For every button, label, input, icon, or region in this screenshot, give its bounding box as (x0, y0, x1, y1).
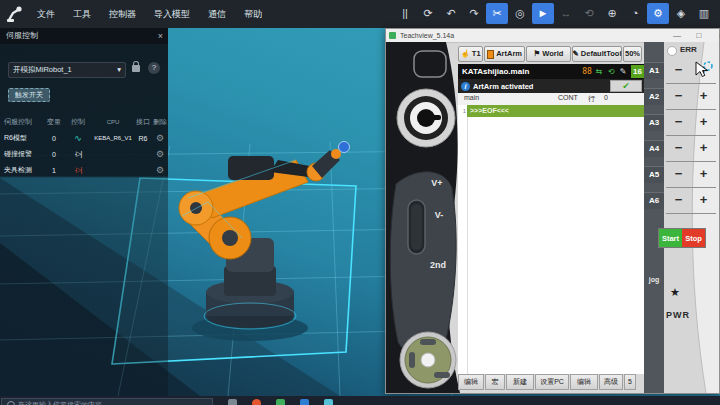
frame-select-button[interactable]: ⚑World (526, 46, 571, 62)
a2-plus-button[interactable]: + (700, 86, 708, 106)
axis-label-a5: A5 (644, 166, 664, 183)
line-value: 0 (604, 94, 608, 101)
a3-minus-button[interactable]: − (675, 112, 683, 132)
view-sphere-icon[interactable]: ◔ (624, 3, 646, 24)
line-count-badge: 16 (631, 65, 644, 78)
taskbar-app-icon[interactable] (324, 399, 333, 405)
signal-count: 0 (44, 135, 64, 142)
jog-plate: ERR − + − + − + − + − (664, 42, 719, 393)
select-pointer-icon[interactable]: ► (532, 3, 554, 24)
search-icon (7, 401, 15, 405)
diode-icon-active: -▷| (64, 166, 92, 174)
window-titlebar[interactable]: Teachview_5.14a — □ × (386, 29, 719, 43)
a3-plus-button[interactable]: + (700, 112, 708, 132)
setup-pc-button[interactable]: 设置PC (535, 374, 569, 390)
signal-count: 1 (44, 167, 64, 174)
acknowledge-check-button[interactable]: ✔ (610, 80, 642, 92)
gutter-divider (467, 117, 468, 374)
robot-select-dropdown[interactable]: 开模拟MiRobot_1 ▾ (8, 62, 126, 78)
a5-plus-button[interactable]: + (700, 164, 708, 184)
panel-title: 伺服控制 (6, 28, 38, 44)
row-settings-gear-icon[interactable]: ⚙ (152, 130, 168, 146)
a6-plus-button[interactable]: + (700, 190, 708, 210)
taskbar-app-icon[interactable] (252, 399, 261, 405)
axis-strip: A1 A2 A3 A4 A5 A6 jog (644, 42, 664, 393)
refresh-icon[interactable]: ⟳ (417, 3, 439, 24)
minimize-icon[interactable]: — (669, 29, 685, 42)
row-settings-gear-icon[interactable]: ⚙ (152, 162, 168, 178)
step-mode-icon[interactable]: ⇆ (593, 67, 605, 76)
jog-row-a3: − + (666, 109, 716, 136)
redo-icon[interactable]: ↷ (463, 3, 485, 24)
taskbar-app-icon[interactable] (276, 399, 285, 405)
a5-minus-button[interactable]: − (675, 164, 683, 184)
rotate-view-icon[interactable]: ⟲ (578, 3, 600, 24)
axis-label-a1: A1 (644, 62, 664, 79)
jog-row-a5: − + (666, 161, 716, 188)
advanced-button[interactable]: 高级 (599, 374, 623, 390)
a4-minus-button[interactable]: − (675, 138, 683, 158)
row-settings-gear-icon[interactable]: ⚙ (152, 146, 168, 162)
lock-icon[interactable] (132, 65, 140, 72)
menu-item-tools[interactable]: 工具 (64, 0, 100, 28)
code-area[interactable] (458, 117, 644, 374)
start-button[interactable]: Start (659, 229, 682, 247)
port-name: R6 (134, 135, 152, 142)
menu-item-help[interactable]: 帮助 (235, 0, 271, 28)
table-row: 夹具检测 1 -▷| ⚙ (0, 162, 168, 178)
menu-item-file[interactable]: 文件 (28, 0, 64, 28)
speed-override-button[interactable]: 50% (623, 46, 642, 62)
safety-icon[interactable]: ◈ (670, 3, 692, 24)
tool-ball (339, 142, 350, 153)
a4-plus-button[interactable]: + (700, 138, 708, 158)
line-number: 1 (458, 105, 467, 117)
a2-minus-button[interactable]: − (675, 86, 683, 106)
table-header: 伺服控制 变量 控制 CPU 接口 删除 (0, 114, 168, 130)
start-stop-buttons: Start Stop (658, 228, 706, 248)
menu-item-communication[interactable]: 通信 (199, 0, 235, 28)
panel-header: 伺服控制 × (0, 28, 168, 44)
settings-gear-icon[interactable]: ⚙ (647, 3, 669, 24)
robot-select-value: 开模拟MiRobot_1 (13, 63, 72, 77)
maximize-icon[interactable]: □ (691, 29, 707, 42)
close-icon[interactable]: × (713, 29, 720, 42)
tool-select-button[interactable]: ✎DefaultTool (572, 46, 622, 62)
page-button[interactable]: 5 (624, 374, 636, 390)
more-panel-icon[interactable]: ▥ (693, 3, 715, 24)
pause-icon[interactable]: || (394, 3, 416, 24)
taskbar-app-icon[interactable] (228, 399, 237, 405)
stop-button[interactable]: Stop (682, 229, 705, 247)
menu-item-controller[interactable]: 控制器 (100, 0, 145, 28)
pan-icon[interactable]: ↔ (555, 3, 577, 24)
thumb-wheel[interactable] (400, 332, 456, 388)
program-name: KATAshijiao.main (458, 67, 581, 76)
robot-arm[interactable] (150, 120, 360, 360)
center-target-icon[interactable]: ⊕ (601, 3, 623, 24)
menu-bar: 文件工具控制器导入模型通信帮助 || ⟳ ↶ ↷ ✂ ◎ ► ↔ ⟲ ⊕ ◔ ⚙… (0, 0, 720, 28)
a1-minus-button[interactable]: − (675, 60, 683, 80)
taskbar: 在这里输入你要搜索的内容 (0, 396, 720, 405)
loop-icon[interactable]: ⟲ (605, 67, 617, 76)
edit-tools-icon[interactable]: ✎ (617, 67, 629, 76)
undo-icon[interactable]: ↶ (440, 3, 462, 24)
edit-button[interactable]: 编辑 (458, 374, 484, 390)
menu-item-import-model[interactable]: 导入模型 (145, 0, 199, 28)
axis-label-a2: A2 (644, 88, 664, 105)
operator-icon: ☝ (460, 47, 469, 61)
orbit-view-icon[interactable]: ◎ (509, 3, 531, 24)
taskbar-search[interactable]: 在这里输入你要搜索的内容 (1, 398, 213, 405)
taskbar-app-icon[interactable] (300, 399, 309, 405)
help-icon[interactable]: ? (148, 62, 160, 74)
toolbar: || ⟳ ↶ ↷ ✂ ◎ ► ↔ ⟲ ⊕ ◔ ⚙ ◈ ▥ (394, 3, 715, 24)
robot-select-button[interactable]: ArtArm (484, 46, 525, 62)
motion-trace-icon[interactable]: ✂ (486, 3, 508, 24)
close-icon[interactable]: × (158, 28, 163, 44)
edit2-button[interactable]: 编辑 (570, 374, 598, 390)
eof-line[interactable]: >>>EOF<<< (467, 105, 644, 117)
mode-t1-button[interactable]: ☝T1 (458, 46, 483, 62)
a6-minus-button[interactable]: − (675, 190, 683, 210)
connect-toggle-button[interactable]: 触发开关 (8, 88, 50, 102)
estop-knob[interactable] (397, 89, 455, 147)
macro-button[interactable]: 宏 (485, 374, 505, 390)
new-button[interactable]: 新建 (506, 374, 534, 390)
